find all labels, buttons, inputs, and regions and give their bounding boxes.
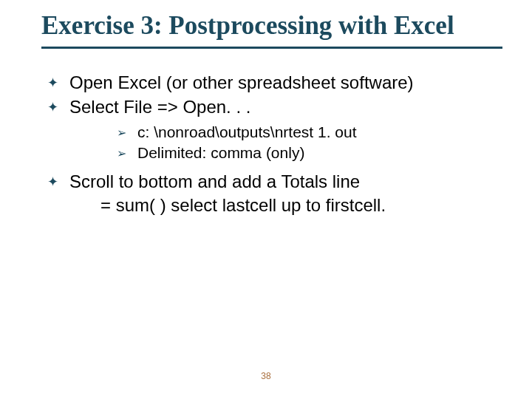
bullet-icon: ✦ xyxy=(46,173,59,191)
bullet-text: Select File => Open. . . xyxy=(69,95,250,119)
list-item: ✦ Open Excel (or other spreadsheet softw… xyxy=(46,71,502,95)
list-item: ✦ Scroll to bottom and add a Totals line… xyxy=(46,170,502,218)
list-item: ✦ Select File => Open. . . xyxy=(46,95,502,119)
bullet-icon: ✦ xyxy=(46,98,59,116)
slide-body: ✦ Open Excel (or other spreadsheet softw… xyxy=(0,49,532,217)
bullet-text: Scroll to bottom and add a Totals line xyxy=(69,171,360,191)
slide-title: Exercise 3: Postprocessing with Excel xyxy=(0,0,532,45)
list-item: ➢ Delimited: comma (only) xyxy=(115,143,502,163)
sub-list: ➢ c: \nonroad\outputs\nrtest 1. out ➢ De… xyxy=(115,122,502,164)
sub-bullet-text: Delimited: comma (only) xyxy=(137,143,304,163)
bullet-text: Open Excel (or other spreadsheet softwar… xyxy=(69,71,414,95)
sub-bullet-text: c: \nonroad\outputs\nrtest 1. out xyxy=(137,122,357,143)
bullet-text-continuation: = sum( ) select lastcell up to firstcell… xyxy=(100,195,386,215)
page-number: 38 xyxy=(0,371,532,381)
arrow-icon: ➢ xyxy=(115,146,127,162)
bullet-icon: ✦ xyxy=(46,74,59,92)
arrow-icon: ➢ xyxy=(115,125,127,141)
list-item: ➢ c: \nonroad\outputs\nrtest 1. out xyxy=(115,122,502,143)
